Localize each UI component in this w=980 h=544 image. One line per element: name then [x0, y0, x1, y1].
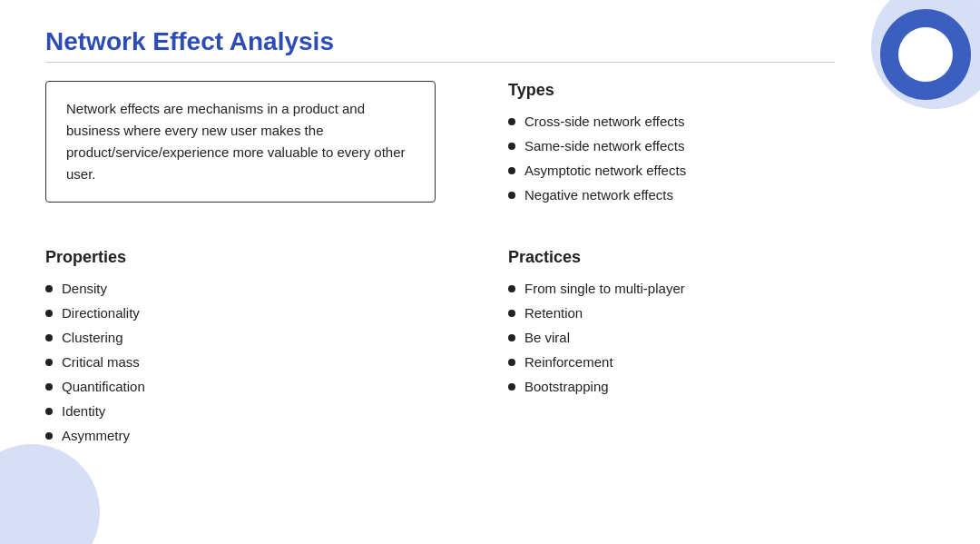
header-divider: [45, 62, 835, 63]
list-item: Quantification: [45, 374, 472, 399]
right-column-top: Types Cross-side network effects Same-si…: [508, 81, 935, 239]
bullet-icon: [45, 285, 53, 292]
bullet-icon: [45, 408, 53, 415]
list-item: Cross-side network effects: [508, 109, 935, 134]
bullet-icon: [45, 432, 53, 440]
page-title: Network Effect Analysis: [45, 27, 935, 56]
properties-item-6: Identity: [62, 399, 105, 423]
list-item: Density: [45, 276, 472, 301]
practices-heading: Practices: [508, 248, 935, 267]
header: Network Effect Analysis: [45, 27, 935, 63]
practices-list: From single to multi-player Retention Be…: [508, 276, 935, 399]
list-item: Asymptotic network effects: [508, 158, 935, 183]
left-column-top: Network effects are mechanisms in a prod…: [45, 81, 472, 239]
list-item: Identity: [45, 399, 472, 423]
types-item-4: Negative network effects: [524, 183, 673, 207]
list-item: Directionality: [45, 301, 472, 325]
types-item-2: Same-side network effects: [524, 134, 684, 158]
types-list: Cross-side network effects Same-side net…: [508, 109, 935, 207]
main-content: Network effects are mechanisms in a prod…: [45, 81, 935, 239]
practices-item-1: From single to multi-player: [524, 276, 685, 301]
properties-item-4: Critical mass: [62, 350, 140, 374]
list-item: Be viral: [508, 325, 935, 350]
practices-section: Practices From single to multi-player Re…: [508, 248, 935, 448]
types-item-3: Asymptotic network effects: [524, 158, 686, 183]
types-item-1: Cross-side network effects: [524, 109, 684, 134]
properties-item-7: Asymmetry: [62, 423, 130, 448]
bullet-icon: [508, 310, 515, 317]
bottom-row: Properties Density Directionality Cluste…: [45, 248, 935, 448]
types-section: Types Cross-side network effects Same-si…: [508, 81, 935, 207]
properties-item-1: Density: [62, 276, 107, 301]
list-item: Retention: [508, 301, 935, 325]
bullet-icon: [45, 359, 53, 366]
practices-item-4: Reinforcement: [524, 350, 613, 374]
list-item: From single to multi-player: [508, 276, 935, 301]
bullet-icon: [508, 359, 515, 366]
definition-text: Network effects are mechanisms in a prod…: [66, 98, 415, 185]
bullet-icon: [45, 334, 53, 341]
bullet-icon: [45, 383, 53, 391]
properties-item-3: Clustering: [62, 325, 123, 350]
practices-item-3: Be viral: [524, 325, 570, 350]
list-item: Negative network effects: [508, 183, 935, 207]
list-item: Asymmetry: [45, 423, 472, 448]
practices-item-2: Retention: [524, 301, 583, 325]
bullet-icon: [508, 143, 515, 150]
bullet-icon: [508, 334, 515, 341]
page-container: Network Effect Analysis Network effects …: [0, 0, 980, 544]
bullet-icon: [508, 118, 515, 125]
properties-item-2: Directionality: [62, 301, 140, 325]
list-item: Clustering: [45, 325, 472, 350]
deco-arc-bottom-left: [0, 444, 100, 544]
definition-box: Network effects are mechanisms in a prod…: [45, 81, 436, 203]
types-heading: Types: [508, 81, 935, 100]
properties-section: Properties Density Directionality Cluste…: [45, 248, 472, 448]
list-item: Bootstrapping: [508, 374, 935, 399]
properties-item-5: Quantification: [62, 374, 145, 399]
bullet-icon: [508, 192, 515, 199]
bullet-icon: [508, 383, 515, 391]
list-item: Critical mass: [45, 350, 472, 374]
properties-list: Density Directionality Clustering Critic…: [45, 276, 472, 448]
bullet-icon: [508, 285, 515, 292]
practices-item-5: Bootstrapping: [524, 374, 609, 399]
list-item: Reinforcement: [508, 350, 935, 374]
bullet-icon: [45, 310, 53, 317]
list-item: Same-side network effects: [508, 134, 935, 158]
properties-heading: Properties: [45, 248, 472, 267]
bullet-icon: [508, 167, 515, 174]
